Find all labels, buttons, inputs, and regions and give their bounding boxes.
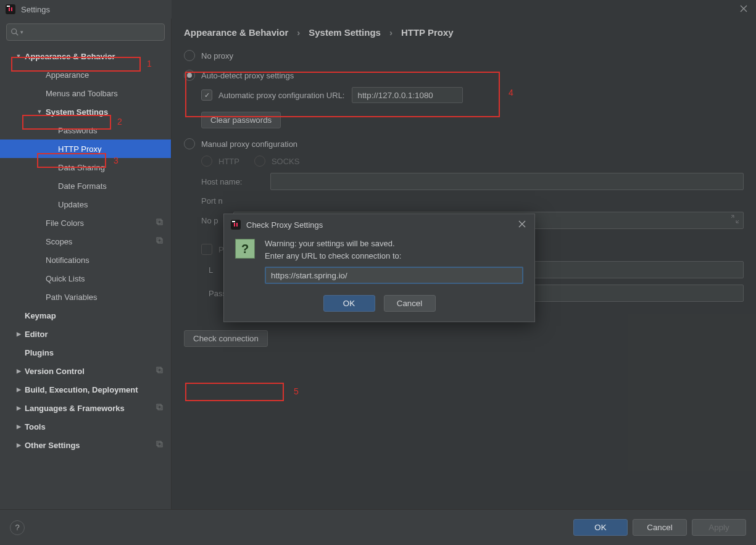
check-proxy-dialog: Check Proxy Settings ? Warning: your set… (223, 214, 535, 322)
apply-button[interactable]: Apply (692, 519, 746, 536)
radio-auto-detect[interactable] (184, 70, 195, 81)
sidebar-item-updates[interactable]: ▶Updates (0, 195, 171, 214)
question-icon: ? (235, 239, 255, 259)
sidebar-item-http-proxy[interactable]: ▶HTTP Proxy (0, 139, 171, 158)
row-host: Host name: (184, 173, 744, 190)
dialog-title: Check Proxy Settings (246, 220, 323, 230)
breadcrumb: Appearance & Behavior › System Settings … (184, 27, 744, 38)
dialog-footer: OK Cancel (224, 288, 534, 322)
chevron-right-icon: ▶ (15, 368, 22, 374)
search-input[interactable]: ▾ (6, 23, 165, 41)
sidebar-item-label: Path Variables (46, 293, 98, 302)
search-dropdown-icon[interactable]: ▾ (20, 29, 23, 35)
sidebar-item-label: Date Formats (58, 181, 107, 191)
help-button[interactable]: ? (10, 520, 25, 535)
sidebar-item-label: Other Settings (25, 441, 80, 450)
footer-buttons: OK Cancel Apply (573, 519, 746, 536)
svg-rect-7 (157, 367, 161, 372)
dialog-url-input[interactable] (265, 267, 523, 284)
sidebar-item-build-execution-deployment[interactable]: ▶Build, Execution, Deployment (0, 380, 171, 399)
dialog-body: ? Warning: your settings will be saved. … (224, 235, 534, 288)
row-type: HTTP SOCKS (184, 156, 744, 167)
label-http: HTTP (218, 157, 239, 166)
dialog-close-button[interactable] (516, 219, 528, 231)
radio-manual[interactable] (184, 138, 195, 149)
dialog-cancel-button[interactable]: Cancel (384, 295, 436, 312)
sidebar-item-passwords[interactable]: ▶Passwords (0, 121, 171, 139)
sidebar-item-other-settings[interactable]: ▶Other Settings (0, 436, 171, 454)
settings-tree: ▼Appearance & Behavior▶Appearance▶Menus … (0, 47, 171, 509)
sidebar-item-label: Tools (25, 422, 46, 431)
sidebar-item-keymap[interactable]: ▶Keymap (0, 306, 171, 325)
row-pac: Automatic proxy configuration URL: (184, 87, 744, 103)
sidebar-item-data-sharing[interactable]: ▶Data Sharing (0, 158, 171, 177)
dialog-ok-button[interactable]: OK (323, 295, 375, 312)
chevron-right-icon: ▶ (15, 331, 22, 337)
sidebar-item-system-settings[interactable]: ▼System Settings (0, 102, 171, 121)
sidebar-item-tools[interactable]: ▶Tools (0, 417, 171, 436)
svg-rect-8 (158, 368, 162, 373)
sidebar-item-version-control[interactable]: ▶Version Control (0, 362, 171, 380)
sidebar-item-label: Menus and Toolbars (46, 89, 118, 98)
chevron-right-icon: ▶ (15, 405, 22, 411)
sidebar-item-menus-and-toolbars[interactable]: ▶Menus and Toolbars (0, 84, 171, 102)
label-pac-url: Automatic proxy configuration URL: (218, 91, 344, 100)
project-scheme-icon (156, 366, 164, 376)
svg-rect-3 (157, 219, 161, 223)
sidebar-item-editor[interactable]: ▶Editor (0, 325, 171, 343)
svg-rect-11 (157, 441, 161, 446)
chevron-down-icon: ▼ (36, 109, 43, 115)
crumb-0: Appearance & Behavior (184, 27, 288, 38)
label-host: Host name: (201, 177, 263, 186)
search-wrap: ▾ (0, 19, 171, 47)
sidebar-item-quick-lists[interactable]: ▶Quick Lists (0, 269, 171, 288)
sidebar-item-label: HTTP Proxy (58, 144, 102, 154)
row-clear-pw: Clear passwords (184, 112, 744, 128)
sidebar-item-label: Passwords (58, 126, 98, 135)
expand-icon[interactable] (731, 215, 739, 225)
sidebar-item-label: Appearance (46, 70, 89, 80)
radio-no-proxy[interactable] (184, 50, 195, 61)
radio-socks[interactable] (254, 156, 265, 167)
sidebar-item-date-formats[interactable]: ▶Date Formats (0, 177, 171, 195)
label-manual: Manual proxy configuration (201, 139, 297, 149)
input-host[interactable] (270, 173, 744, 190)
sidebar-item-scopes[interactable]: ▶Scopes (0, 232, 171, 251)
sidebar-item-appearance-behavior[interactable]: ▼Appearance & Behavior (0, 47, 171, 65)
sidebar-item-languages-frameworks[interactable]: ▶Languages & Frameworks (0, 399, 171, 417)
svg-rect-5 (157, 238, 161, 242)
sidebar-item-label: Notifications (46, 256, 89, 265)
app-icon (5, 4, 16, 15)
sidebar-item-label: System Settings (46, 107, 108, 117)
svg-point-2 (12, 29, 17, 34)
sidebar-item-plugins[interactable]: ▶Plugins (0, 343, 171, 362)
sidebar-item-path-variables[interactable]: ▶Path Variables (0, 288, 171, 306)
sidebar-item-label: Updates (58, 200, 88, 209)
label-no-proxy-for: No p (201, 216, 226, 225)
label-socks: SOCKS (272, 157, 300, 166)
window-close-button[interactable] (736, 2, 751, 17)
sidebar-item-appearance[interactable]: ▶Appearance (0, 65, 171, 84)
dialog-footer: ? OK Cancel Apply (0, 509, 756, 545)
row-port: Port n (184, 196, 744, 206)
sidebar-item-file-colors[interactable]: ▶File Colors (0, 214, 171, 232)
check-connection-button[interactable]: Check connection (184, 330, 268, 347)
checkbox-proxy-auth[interactable] (201, 244, 212, 255)
chevron-right-icon: ▶ (15, 442, 22, 448)
label-port: Port n (201, 196, 226, 206)
radio-http[interactable] (201, 156, 212, 167)
chevron-right-icon: ▶ (15, 386, 22, 393)
ok-button[interactable]: OK (573, 519, 628, 536)
cancel-button[interactable]: Cancel (633, 519, 687, 536)
sidebar-item-label: File Colors (46, 218, 84, 228)
input-pac-url[interactable] (352, 87, 463, 103)
sidebar-item-notifications[interactable]: ▶Notifications (0, 251, 171, 269)
project-scheme-icon (156, 440, 164, 450)
checkbox-pac-url[interactable] (201, 89, 212, 101)
sidebar-item-label: Quick Lists (46, 274, 85, 283)
dialog-line2: Enter any URL to check connection to: (265, 250, 523, 262)
clear-passwords-button[interactable]: Clear passwords (201, 112, 281, 128)
svg-rect-9 (157, 404, 161, 409)
sidebar-item-label: Build, Execution, Deployment (25, 385, 138, 394)
sidebar-item-label: Scopes (46, 237, 72, 246)
